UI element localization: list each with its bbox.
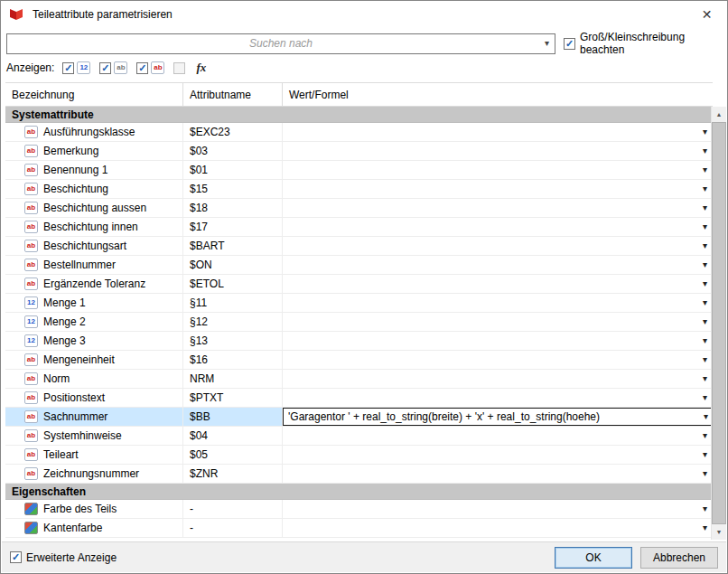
checkbox-checked-icon[interactable]: ✓ bbox=[62, 62, 74, 74]
value-dropdown-icon[interactable]: ▾ bbox=[703, 469, 707, 478]
attribute-name-cell[interactable]: abBeschichtung bbox=[5, 180, 183, 198]
attribute-value-cell[interactable]: ▾ bbox=[283, 237, 713, 255]
attribute-name-cell[interactable]: abErgänzende Toleranz bbox=[5, 275, 183, 293]
filter-checkbox-group[interactable]: ✓ab bbox=[99, 61, 127, 74]
attribute-name-cell[interactable]: abBeschichtung innen bbox=[5, 218, 183, 236]
attribute-value-cell[interactable]: ▾ bbox=[283, 427, 713, 445]
attribute-name-cell[interactable]: abPositionstext bbox=[5, 389, 183, 407]
close-icon[interactable]: ✕ bbox=[686, 1, 727, 27]
ok-button[interactable]: OK bbox=[555, 547, 632, 569]
attribute-value-cell[interactable]: ▾ bbox=[283, 294, 713, 312]
fx-formula-icon[interactable]: fx bbox=[196, 61, 206, 75]
table-row[interactable]: abSystemhinweise$04▾ bbox=[5, 427, 713, 446]
value-dropdown-icon[interactable]: ▾ bbox=[703, 523, 707, 532]
value-dropdown-icon[interactable]: ▾ bbox=[703, 393, 707, 402]
value-dropdown-icon[interactable]: ▾ bbox=[703, 336, 707, 345]
table-row[interactable]: Farbe des Teils-▾ bbox=[5, 500, 713, 519]
table-row[interactable]: abBeschichtung aussen$18▾ bbox=[5, 199, 713, 218]
table-row[interactable]: 12Menge 3§13▾ bbox=[5, 332, 713, 351]
value-dropdown-icon[interactable]: ▾ bbox=[703, 184, 707, 193]
scroll-up-icon[interactable]: ▲ bbox=[712, 107, 726, 122]
value-dropdown-icon[interactable]: ▾ bbox=[703, 279, 707, 288]
vertical-scrollbar[interactable]: ▲ ▼ bbox=[711, 107, 726, 540]
attribute-value-cell[interactable]: ▾ bbox=[283, 370, 713, 388]
attribute-name-cell[interactable]: abBemerkung bbox=[5, 142, 183, 160]
attribute-name-cell[interactable]: 12Menge 1 bbox=[5, 294, 183, 312]
scrollbar-thumb[interactable] bbox=[712, 122, 726, 524]
search-combobox[interactable]: ▾ bbox=[6, 33, 555, 54]
search-dropdown-icon[interactable]: ▾ bbox=[545, 38, 549, 49]
attribute-value-cell[interactable]: ▾ bbox=[283, 142, 713, 160]
attribute-value-cell[interactable]: ▾ bbox=[283, 465, 713, 483]
value-dropdown-icon[interactable]: ▾ bbox=[703, 260, 707, 269]
value-dropdown-icon[interactable]: ▾ bbox=[703, 127, 707, 136]
column-header-wert-formel[interactable]: Wert/Formel bbox=[283, 83, 713, 106]
table-row[interactable]: abNormNRM▾ bbox=[5, 370, 713, 389]
attribute-name-cell[interactable]: abNorm bbox=[5, 370, 183, 388]
attribute-value-cell[interactable]: ▾ bbox=[283, 389, 713, 407]
table-row[interactable]: 12Menge 2§12▾ bbox=[5, 313, 713, 332]
case-sensitive-checkbox[interactable]: ✓ Groß/Kleinschreibung beachten bbox=[564, 31, 723, 56]
checkbox-checked-icon[interactable]: ✓ bbox=[564, 38, 575, 50]
table-row[interactable]: abBenennung 1$01▾ bbox=[5, 161, 713, 180]
attribute-name-cell[interactable]: abZeichnungsnummer bbox=[5, 465, 183, 483]
attribute-value-cell[interactable]: ▾ bbox=[283, 180, 713, 198]
attribute-name-cell[interactable]: abAusführungsklasse bbox=[5, 123, 183, 141]
attribute-value-cell[interactable]: ▾ bbox=[283, 123, 713, 141]
attribute-name-cell[interactable]: abMengeneinheit bbox=[5, 351, 183, 369]
attribute-value-cell[interactable]: ▾ bbox=[283, 275, 713, 293]
attribute-name-cell[interactable]: abBenennung 1 bbox=[5, 161, 183, 179]
table-row[interactable]: Kantenfarbe-▾ bbox=[5, 519, 713, 538]
value-dropdown-icon[interactable]: ▾ bbox=[704, 412, 708, 421]
value-dropdown-icon[interactable]: ▾ bbox=[703, 504, 707, 513]
value-dropdown-icon[interactable]: ▾ bbox=[703, 431, 707, 440]
value-dropdown-icon[interactable]: ▾ bbox=[703, 241, 707, 250]
column-header-bezeichnung[interactable]: Bezeichnung bbox=[5, 83, 183, 106]
attribute-value-cell[interactable]: ▾ bbox=[283, 446, 713, 464]
table-row[interactable]: abTeileart$05▾ bbox=[5, 446, 713, 465]
checkbox-checked-icon[interactable]: ✓ bbox=[10, 551, 22, 563]
checkbox-unchecked-icon[interactable] bbox=[173, 62, 185, 74]
filter-checkbox-group[interactable]: ✓12 bbox=[62, 61, 90, 74]
column-header-attributname[interactable]: Attributname bbox=[183, 83, 283, 106]
value-dropdown-icon[interactable]: ▾ bbox=[703, 298, 707, 307]
table-row[interactable]: abErgänzende Toleranz$ETOL▾ bbox=[5, 275, 713, 294]
filter-checkbox-group[interactable] bbox=[173, 62, 185, 74]
attribute-value-cell[interactable]: ▾ bbox=[283, 500, 713, 518]
table-row[interactable]: abBemerkung$03▾ bbox=[5, 142, 713, 161]
value-dropdown-icon[interactable]: ▾ bbox=[703, 203, 707, 212]
checkbox-checked-icon[interactable]: ✓ bbox=[136, 62, 148, 74]
table-row[interactable]: abBeschichtungsart$BART▾ bbox=[5, 237, 713, 256]
value-dropdown-icon[interactable]: ▾ bbox=[703, 374, 707, 383]
filter-checkbox-group[interactable]: ✓ab bbox=[136, 61, 164, 74]
attribute-value-cell[interactable]: ▾ bbox=[283, 332, 713, 350]
attribute-name-cell[interactable]: abSachnummer bbox=[5, 408, 183, 426]
table-row[interactable]: abBeschichtung$15▾ bbox=[5, 180, 713, 199]
table-row[interactable]: 12Menge 1§11▾ bbox=[5, 294, 713, 313]
attribute-name-cell[interactable]: abTeileart bbox=[5, 446, 183, 464]
attribute-value-cell[interactable]: ▾ bbox=[283, 199, 713, 217]
attribute-value-cell[interactable]: ▾ bbox=[283, 351, 713, 369]
attribute-name-cell[interactable]: 12Menge 2 bbox=[5, 313, 183, 331]
value-dropdown-icon[interactable]: ▾ bbox=[703, 355, 707, 364]
value-dropdown-icon[interactable]: ▾ bbox=[703, 146, 707, 155]
cancel-button[interactable]: Abbrechen bbox=[640, 547, 718, 569]
value-dropdown-icon[interactable]: ▾ bbox=[703, 222, 707, 231]
attribute-name-cell[interactable]: Kantenfarbe bbox=[5, 519, 183, 537]
table-row[interactable]: abPositionstext$PTXT▾ bbox=[5, 389, 713, 408]
table-row[interactable]: abBeschichtung innen$17▾ bbox=[5, 218, 713, 237]
attribute-name-cell[interactable]: Farbe des Teils bbox=[5, 500, 183, 518]
attribute-name-cell[interactable]: abSystemhinweise bbox=[5, 427, 183, 445]
table-row[interactable]: abMengeneinheit$16▾ bbox=[5, 351, 713, 370]
attribute-value-cell[interactable]: ▾ bbox=[283, 313, 713, 331]
search-input[interactable] bbox=[7, 34, 533, 53]
value-dropdown-icon[interactable]: ▾ bbox=[703, 317, 707, 326]
extended-view-checkbox[interactable]: ✓ Erweiterte Anzeige bbox=[10, 551, 117, 564]
attribute-value-cell[interactable]: ▾ bbox=[283, 256, 713, 274]
checkbox-checked-icon[interactable]: ✓ bbox=[99, 62, 111, 74]
table-row[interactable]: abSachnummer$BB'Garagentor ' + real_to_s… bbox=[5, 408, 713, 427]
attribute-value-cell[interactable]: ▾ bbox=[283, 218, 713, 236]
attribute-name-cell[interactable]: abBeschichtungsart bbox=[5, 237, 183, 255]
attribute-value-cell[interactable]: ▾ bbox=[283, 519, 713, 537]
value-dropdown-icon[interactable]: ▾ bbox=[703, 450, 707, 459]
